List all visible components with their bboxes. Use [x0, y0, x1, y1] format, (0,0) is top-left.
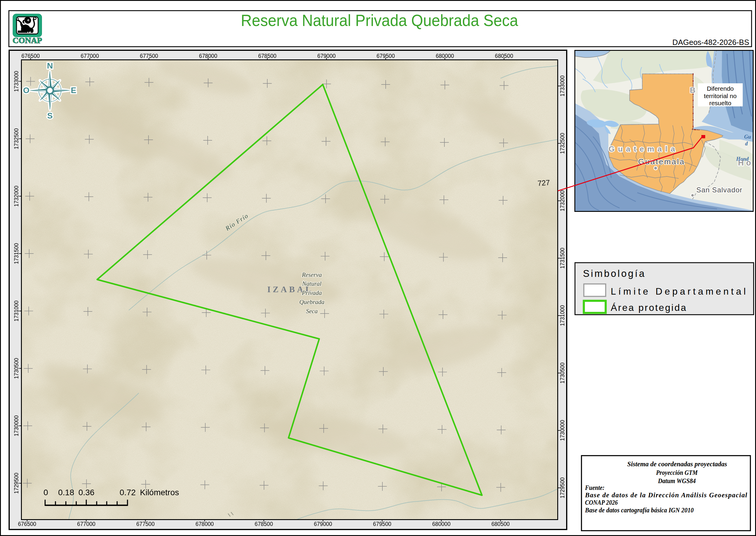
svg-text:Natural: Natural — [302, 280, 322, 287]
svg-text:CONAP 2026: CONAP 2026 — [585, 499, 618, 506]
svg-text:678000: 678000 — [196, 520, 214, 527]
svg-text:0.72: 0.72 — [120, 488, 136, 497]
svg-text:1731000: 1731000 — [559, 305, 566, 326]
svg-text:0: 0 — [44, 488, 48, 497]
svg-text:1729500: 1729500 — [559, 478, 566, 498]
svg-text:680000: 680000 — [436, 52, 454, 59]
svg-text:Diferendo: Diferendo — [707, 85, 734, 92]
svg-text:Sistema de coordenadas proyect: Sistema de coordenadas proyectadas — [627, 460, 727, 468]
svg-text:1731500: 1731500 — [559, 248, 566, 269]
svg-text:1732000: 1732000 — [13, 185, 19, 207]
svg-text:1730500: 1730500 — [559, 362, 566, 384]
svg-text:676500: 676500 — [21, 52, 40, 59]
svg-text:1731500: 1731500 — [13, 243, 19, 264]
svg-text:677500: 677500 — [140, 52, 158, 59]
svg-text:679500: 679500 — [377, 52, 395, 59]
svg-text:Seca: Seca — [306, 308, 318, 315]
svg-text:677000: 677000 — [80, 52, 99, 59]
svg-text:Kilómetros: Kilómetros — [140, 488, 179, 497]
svg-text:678500: 678500 — [258, 52, 276, 59]
svg-text:Quebrada: Quebrada — [299, 298, 324, 306]
svg-text:Guatemala: Guatemala — [609, 145, 678, 153]
svg-text:N: N — [47, 61, 53, 70]
svg-text:679000: 679000 — [314, 520, 332, 527]
svg-text:Fuente:: Fuente: — [585, 484, 605, 491]
svg-text:Reserva: Reserva — [301, 271, 322, 278]
svg-text:677500: 677500 — [137, 520, 155, 527]
svg-text:1732500: 1732500 — [559, 133, 566, 154]
svg-text:680500: 680500 — [491, 520, 510, 527]
svg-text:d: d — [745, 141, 748, 147]
svg-text:1730000: 1730000 — [13, 416, 19, 436]
svg-text:territorial no: territorial no — [704, 92, 737, 99]
svg-text:680500: 680500 — [495, 52, 513, 59]
svg-text:CONAP: CONAP — [13, 36, 42, 45]
svg-text:Gu: Gu — [744, 134, 751, 140]
svg-text:Simbología: Simbología — [583, 268, 645, 279]
svg-text:680000: 680000 — [432, 520, 451, 527]
svg-text:677000: 677000 — [77, 520, 95, 527]
svg-text:Base de datos de la Dirección: Base de datos de la Dirección Análisis G… — [585, 491, 747, 499]
svg-text:Proyección GTM: Proyección GTM — [656, 469, 698, 476]
svg-text:1730000: 1730000 — [559, 420, 566, 441]
svg-text:Hond: Hond — [736, 156, 749, 162]
svg-text:O: O — [23, 86, 30, 95]
svg-text:1732000: 1732000 — [559, 190, 566, 211]
svg-text:Datum WGS84: Datum WGS84 — [658, 477, 696, 485]
svg-text:B: B — [690, 86, 695, 94]
svg-text:679000: 679000 — [317, 52, 336, 59]
svg-text:1733000: 1733000 — [13, 71, 19, 92]
svg-text:Reserva Natural Privada Quebra: Reserva Natural Privada Quebrada Seca — [241, 11, 519, 30]
svg-text:Privada: Privada — [301, 289, 322, 296]
svg-text:678000: 678000 — [199, 52, 217, 59]
svg-text:1733000: 1733000 — [559, 75, 566, 96]
svg-text:1732500: 1732500 — [13, 128, 19, 149]
svg-text:1729500: 1729500 — [13, 473, 19, 494]
svg-text:0.36: 0.36 — [78, 488, 94, 497]
svg-text:0.18: 0.18 — [58, 488, 75, 497]
svg-text:E: E — [71, 86, 77, 95]
svg-text:DAGeos-482-2026-BS: DAGeos-482-2026-BS — [673, 38, 749, 47]
svg-text:727: 727 — [537, 178, 550, 187]
svg-text:1731000: 1731000 — [13, 300, 19, 321]
svg-text:676500: 676500 — [18, 520, 36, 527]
svg-text:S: S — [47, 111, 53, 120]
svg-text:1730500: 1730500 — [13, 358, 19, 379]
svg-text:678500: 678500 — [255, 520, 273, 527]
svg-text:San Salvador: San Salvador — [696, 186, 742, 194]
svg-text:679500: 679500 — [373, 520, 391, 527]
svg-text:Base de datos cartografía bási: Base de datos cartografía básica IGN 201… — [585, 506, 694, 514]
svg-text:resuelto: resuelto — [709, 100, 732, 106]
svg-text:Guatemala: Guatemala — [638, 157, 685, 166]
